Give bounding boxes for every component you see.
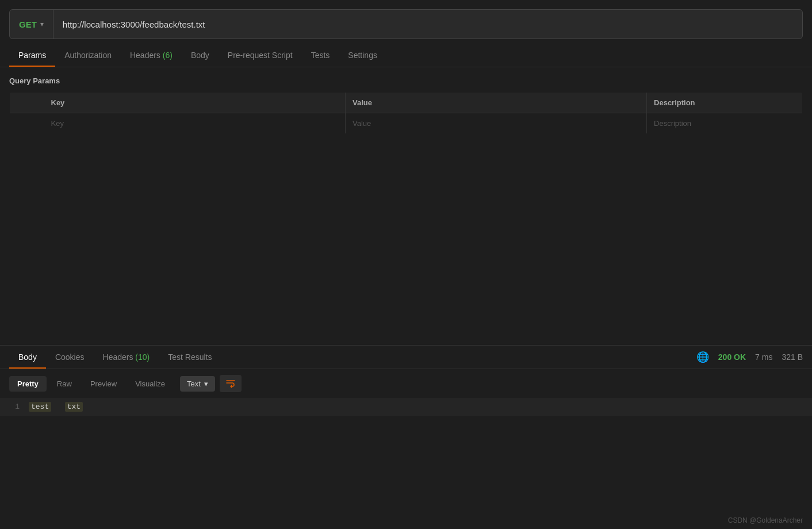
tab-body[interactable]: Body [182,44,219,67]
response-content: 1 test txt [0,398,812,416]
query-params-section: Query Params Key Value Description Key V… [0,67,812,134]
raw-button[interactable]: Raw [49,376,80,392]
resp-tab-test-results[interactable]: Test Results [159,346,221,369]
key-input-cell[interactable]: Key [44,113,346,134]
line-number-1: 1 [0,402,29,411]
value-input-cell[interactable]: Value [346,113,647,134]
col-key-header: Key [44,93,346,113]
description-input-cell[interactable]: Description [647,113,803,134]
table-row: Key Value Description [10,113,803,134]
pretty-button[interactable]: Pretty [9,376,47,392]
tab-tests[interactable]: Tests [302,44,339,67]
watermark: CSDN @GoldenaArcher [728,516,803,524]
response-toolbar: Pretty Raw Preview Visualize Text ▾ [0,369,812,398]
query-params-title: Query Params [9,76,803,85]
resp-tab-headers[interactable]: Headers (10) [94,346,159,369]
text-format-dropdown[interactable]: Text ▾ [180,376,215,392]
method-selector[interactable]: GET ▾ [10,10,53,39]
response-status-bar: 🌐 200 OK 7 ms 321 B [696,351,803,363]
col-checkbox-header [10,93,44,113]
tab-pre-request-script[interactable]: Pre-request Script [219,44,302,67]
globe-icon: 🌐 [696,351,709,363]
tab-headers[interactable]: Headers (6) [121,44,182,67]
url-input[interactable] [53,20,802,29]
row-checkbox-cell [10,113,44,134]
response-time: 7 ms [755,352,772,362]
code-word-1: test [29,402,51,412]
method-label: GET [19,20,37,29]
chevron-down-icon: ▾ [40,20,44,28]
request-tabs: Params Authorization Headers (6) Body Pr… [0,44,812,67]
visualize-button[interactable]: Visualize [127,376,173,392]
code-word-2: txt [65,402,83,412]
tab-params[interactable]: Params [9,44,55,67]
col-description-header: Description [647,93,803,113]
preview-button[interactable]: Preview [82,376,125,392]
response-area: Body Cookies Headers (10) Test Results 🌐… [0,345,812,529]
response-line-1: 1 test txt [0,402,812,411]
word-wrap-button[interactable] [220,375,242,392]
response-tabs: Body Cookies Headers (10) Test Results 🌐… [0,346,812,369]
status-code: 200 OK [718,352,746,362]
resp-tab-body[interactable]: Body [9,346,46,369]
resp-tab-cookies[interactable]: Cookies [46,346,94,369]
response-size: 321 B [782,352,803,362]
tab-authorization[interactable]: Authorization [55,44,121,67]
url-bar: GET ▾ [9,9,803,39]
col-value-header: Value [346,93,647,113]
line-code-1: test txt [29,402,83,411]
tab-settings[interactable]: Settings [339,44,386,67]
params-table: Key Value Description Key Value Descript… [9,92,803,134]
